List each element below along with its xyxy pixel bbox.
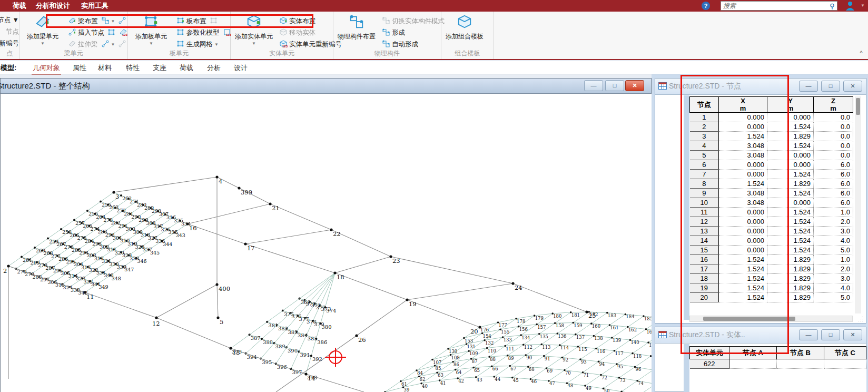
horizontal-scrollbar[interactable] bbox=[689, 316, 853, 322]
value-cell[interactable]: 5.0 bbox=[814, 246, 853, 255]
value-cell[interactable]: 6.0 bbox=[814, 170, 853, 179]
row-id-cell[interactable]: 4 bbox=[690, 141, 719, 151]
value-cell[interactable]: 2.0 bbox=[814, 217, 853, 227]
value-cell[interactable]: 1.524 bbox=[719, 293, 767, 302]
main-window-titlebar[interactable]: Structure2.STD - 整个结构 — □ ✕ bbox=[1, 79, 651, 94]
value-cell[interactable]: 1.0 bbox=[814, 208, 853, 217]
vertical-scrollbar[interactable] bbox=[855, 96, 861, 313]
value-cell[interactable]: 1.524 bbox=[767, 208, 814, 217]
value-cell[interactable]: 6.0 bbox=[814, 189, 853, 198]
value-cell[interactable]: 1.829 bbox=[767, 293, 814, 302]
ribbon-bigbutton-添加组合楼板[interactable]: 添加组合楼板 bbox=[442, 14, 487, 41]
value-cell[interactable]: 1.524 bbox=[767, 227, 814, 236]
value-cell[interactable]: 1.524 bbox=[767, 122, 814, 132]
ribbon-button-切换实体构件模式[interactable]: 切换实体构件模式 bbox=[382, 16, 445, 26]
menu-item-分析和设计[interactable]: 分析和设计 bbox=[33, 0, 73, 12]
value-cell[interactable]: 1.829 bbox=[767, 132, 814, 141]
table-row[interactable]: 140.0001.5244.0 bbox=[690, 236, 853, 246]
row-id-cell[interactable]: 20 bbox=[690, 293, 719, 302]
ribbon-bigbutton-物理构件布置[interactable]: 物理构件布置 bbox=[334, 14, 379, 41]
table-row[interactable]: 60.0000.0006.0 bbox=[690, 160, 853, 170]
table-row[interactable]: 10.0000.0000.0 bbox=[690, 113, 853, 122]
value-cell[interactable]: 1.524 bbox=[719, 179, 767, 189]
column-header-节点 A[interactable]: 节点 A bbox=[729, 347, 777, 359]
ribbon-button-形成[interactable]: 形成 bbox=[382, 28, 405, 38]
table-row[interactable]: 31.5241.8290.0 bbox=[690, 132, 853, 141]
ribbon-button-renumber[interactable]: 123 bbox=[223, 28, 231, 38]
minimize-button[interactable]: — bbox=[584, 80, 603, 91]
value-cell[interactable]: 0.000 bbox=[719, 236, 767, 246]
value-cell[interactable]: 1.524 bbox=[767, 217, 814, 227]
row-id-cell[interactable]: 13 bbox=[690, 227, 719, 236]
value-cell[interactable]: 1.829 bbox=[767, 283, 814, 293]
value-cell[interactable]: 0.000 bbox=[719, 170, 767, 179]
value-cell[interactable]: 3.0 bbox=[814, 227, 853, 236]
value-cell[interactable]: 1.524 bbox=[719, 283, 767, 293]
ribbon-bigbutton-添加实体单元[interactable]: 添加实体单元▼ bbox=[232, 14, 276, 46]
search-icon[interactable]: ⚲ bbox=[827, 2, 837, 10]
ribbon-button-拉伸梁[interactable]: 拉伸梁 bbox=[68, 40, 98, 50]
table-row[interactable]: 130.0001.5243.0 bbox=[690, 227, 853, 236]
column-header-节点 B[interactable]: 节点 B bbox=[777, 347, 824, 359]
dropdown-arrow-icon[interactable]: ▼ bbox=[214, 42, 219, 47]
ribbon-button-梁布置[interactable]: 梁布置 bbox=[68, 16, 98, 26]
value-cell[interactable]: 1.524 bbox=[767, 236, 814, 246]
row-id-cell[interactable]: 2 bbox=[690, 122, 719, 132]
value-cell[interactable]: 0.0 bbox=[814, 132, 853, 141]
table-row[interactable]: 81.5241.8296.0 bbox=[690, 179, 853, 189]
ribbon-button-生成网格[interactable]: 生成网格▼ bbox=[176, 40, 219, 50]
value-cell[interactable]: 0.0 bbox=[814, 113, 853, 122]
table-row[interactable]: 150.0001.5245.0 bbox=[690, 246, 853, 255]
value-cell[interactable]: 0.000 bbox=[719, 217, 767, 227]
value-cell[interactable]: 0.0 bbox=[814, 122, 853, 132]
value-cell[interactable]: 3.0 bbox=[814, 274, 853, 283]
value-cell[interactable]: 1.0 bbox=[814, 255, 853, 264]
value-cell[interactable]: 1.829 bbox=[767, 274, 814, 283]
tab-特性[interactable]: 特性 bbox=[125, 63, 141, 73]
menu-item-荷载[interactable]: 荷载 bbox=[9, 0, 29, 12]
ribbon-collapse-icon[interactable]: ^ bbox=[860, 50, 863, 57]
table-row[interactable]: 181.5241.8293.0 bbox=[690, 274, 853, 283]
value-cell[interactable]: 6.0 bbox=[814, 179, 853, 189]
column-header-X[interactable]: Xm bbox=[719, 97, 767, 113]
user-menu-caret-icon[interactable]: ▼ bbox=[861, 3, 865, 8]
row-id-cell[interactable]: 6 bbox=[690, 160, 719, 170]
table-row[interactable]: 201.5241.8295.0 bbox=[690, 293, 853, 302]
ribbon-button-实体布置[interactable]: 实体布置 bbox=[279, 16, 315, 26]
node-table-window-titlebar[interactable]: Structure2.STD - 节点—□✕ bbox=[655, 79, 866, 95]
user-icon[interactable] bbox=[845, 1, 855, 13]
value-cell[interactable]: 6.0 bbox=[814, 198, 853, 208]
minimize-button[interactable]: — bbox=[799, 81, 818, 92]
value-cell[interactable]: 0.000 bbox=[719, 246, 767, 255]
ribbon-bigbutton-添加板单元[interactable]: 添加板单元▼ bbox=[129, 14, 173, 46]
close-button[interactable]: ✕ bbox=[843, 81, 862, 92]
row-id-cell[interactable]: 7 bbox=[690, 170, 719, 179]
value-cell[interactable]: 1.524 bbox=[719, 274, 767, 283]
value-cell[interactable]: 3.048 bbox=[719, 151, 767, 160]
value-cell[interactable]: 1.524 bbox=[719, 132, 767, 141]
value-cell[interactable]: 0.000 bbox=[767, 151, 814, 160]
minimize-button[interactable]: — bbox=[799, 329, 818, 340]
tab-属性[interactable]: 属性 bbox=[72, 63, 87, 73]
maximize-button[interactable]: □ bbox=[821, 329, 840, 340]
ribbon-button-自动形成[interactable]: 自动形成 bbox=[382, 40, 418, 50]
value-cell[interactable]: 1.524 bbox=[767, 189, 814, 198]
table-row[interactable]: 622 bbox=[690, 359, 866, 369]
table-row[interactable]: 110.0001.5241.0 bbox=[690, 208, 853, 217]
value-cell[interactable]: 0.000 bbox=[767, 198, 814, 208]
solid-table-window-titlebar[interactable]: Structure2.STD - 实体..—□✕ bbox=[655, 327, 866, 344]
ribbon-button-参数化模型[interactable]: 参数化模型 bbox=[176, 28, 220, 38]
close-button[interactable]: ✕ bbox=[843, 329, 862, 340]
value-cell[interactable]: 3.048 bbox=[719, 198, 767, 208]
table-row[interactable]: 70.0001.5246.0 bbox=[690, 170, 853, 179]
ribbon-button-实体单元重新编号[interactable]: 123实体单元重新编号 bbox=[279, 40, 342, 50]
ribbon-button-beam-123[interactable]: 123 bbox=[119, 28, 127, 38]
value-cell[interactable]: 1.829 bbox=[767, 264, 814, 274]
dropdown-arrow-icon[interactable]: ▼ bbox=[111, 19, 115, 24]
dropdown-arrow-icon[interactable]: ▼ bbox=[111, 42, 115, 47]
column-header-节点[interactable]: 节点 bbox=[690, 97, 719, 113]
row-id-cell[interactable]: 5 bbox=[690, 151, 719, 160]
value-cell[interactable]: 5.0 bbox=[814, 293, 853, 302]
value-cell[interactable]: 0.000 bbox=[767, 113, 814, 122]
row-id-cell[interactable]: 11 bbox=[690, 208, 719, 217]
